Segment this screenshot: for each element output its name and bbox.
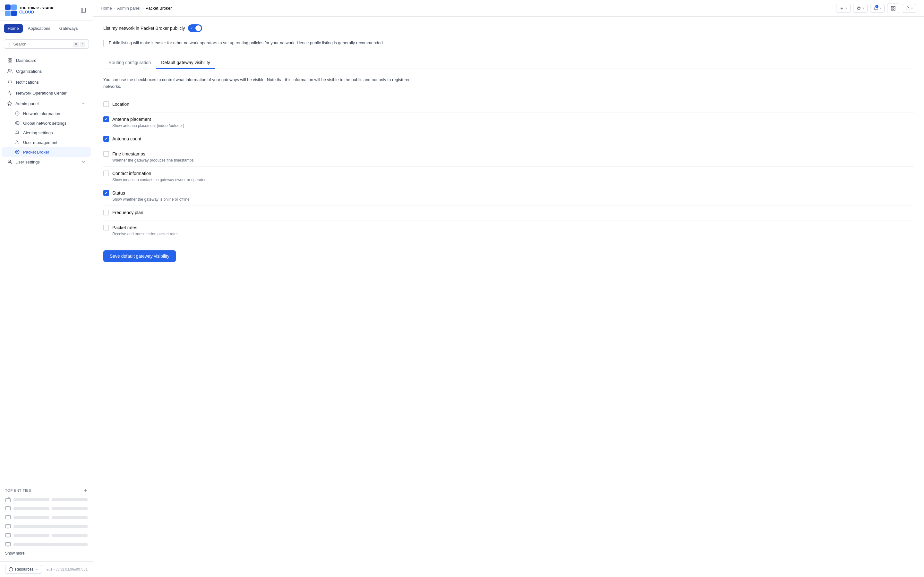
sidebar-subitem-packet-broker[interactable]: Packet Broker bbox=[2, 147, 91, 157]
notifications-button[interactable]: • ▾ bbox=[870, 4, 885, 13]
checkbox-label-frequency-plan[interactable]: Frequency plan bbox=[112, 210, 144, 215]
entity-item[interactable] bbox=[5, 531, 87, 540]
svg-point-45 bbox=[907, 6, 909, 8]
sidebar-subitem-label: User management bbox=[23, 140, 57, 145]
save-section: Save default gateway visibility bbox=[103, 250, 914, 269]
sidebar-item-noc[interactable]: Network Operations Center bbox=[2, 87, 91, 98]
public-listing-section: List my network in Packet Broker publicl… bbox=[103, 24, 914, 32]
entity-item[interactable] bbox=[5, 522, 87, 531]
checkbox-frequency-plan[interactable] bbox=[103, 210, 109, 215]
checkbox-packet-rates[interactable] bbox=[103, 225, 109, 230]
toggle-check-icon: ✓ bbox=[190, 26, 193, 30]
chevron-down-icon bbox=[81, 160, 86, 164]
breadcrumb-home[interactable]: Home bbox=[101, 6, 112, 11]
svg-rect-19 bbox=[6, 498, 11, 502]
checkbox-hint-status: Show whether the gateway is online or of… bbox=[112, 197, 914, 201]
device-icon bbox=[5, 524, 11, 530]
checkbox-label-antenna-placement[interactable]: Antenna placement bbox=[112, 117, 151, 122]
resources-button[interactable]: Resources bbox=[5, 565, 42, 574]
checkbox-item-antenna-count: Antenna count bbox=[103, 132, 914, 147]
bars-icon bbox=[891, 6, 896, 11]
dashboard-button[interactable] bbox=[887, 3, 899, 13]
tab-home[interactable]: Home bbox=[4, 24, 23, 33]
svg-rect-29 bbox=[6, 533, 11, 537]
tab-routing-config[interactable]: Routing configuration bbox=[103, 57, 156, 69]
gateway-icon bbox=[5, 497, 11, 503]
tab-applications[interactable]: Applications bbox=[24, 24, 54, 33]
checkbox-label-packet-rates[interactable]: Packet rates bbox=[112, 225, 137, 230]
tab-gateways[interactable]: Gateways bbox=[55, 24, 82, 33]
resources-label: Resources bbox=[15, 567, 33, 572]
bookmarks-button[interactable]: ▾ bbox=[853, 4, 867, 13]
add-entity-icon[interactable] bbox=[83, 488, 87, 493]
checkbox-contact-info[interactable] bbox=[103, 171, 109, 176]
sidebar-subitem-alerting[interactable]: Alerting settings bbox=[2, 128, 91, 137]
svg-rect-6 bbox=[8, 61, 10, 62]
svg-point-16 bbox=[9, 160, 10, 161]
dashboard-icon bbox=[7, 57, 13, 63]
tab-description: You can use the checkboxes to control wh… bbox=[103, 77, 424, 90]
checkbox-label-fine-timestamps[interactable]: Fine timestamps bbox=[112, 151, 145, 156]
user-settings-icon bbox=[7, 159, 12, 164]
sidebar-item-admin-panel[interactable]: Admin panel bbox=[2, 98, 91, 109]
search-input[interactable] bbox=[13, 42, 70, 47]
entity-item[interactable] bbox=[5, 504, 87, 513]
entity-item[interactable] bbox=[5, 495, 87, 504]
sidebar-subitem-network-info[interactable]: Network information bbox=[2, 109, 91, 118]
device-icon bbox=[5, 515, 11, 521]
user-mgmt-icon bbox=[15, 140, 20, 145]
packet-broker-icon bbox=[15, 149, 20, 155]
toggle-label-text: List my network in Packet Broker publicl… bbox=[103, 26, 185, 31]
checkbox-location[interactable] bbox=[103, 101, 109, 107]
notification-badge: • bbox=[875, 5, 879, 8]
sidebar-item-organizations[interactable]: Organizations bbox=[2, 66, 91, 77]
svg-rect-23 bbox=[6, 516, 11, 519]
sidebar-item-user-settings[interactable]: User settings bbox=[2, 157, 91, 167]
sidebar-item-dashboard[interactable]: Dashboard bbox=[2, 55, 91, 66]
checkbox-item-status: Status Show whether the gateway is onlin… bbox=[103, 186, 914, 206]
svg-point-14 bbox=[16, 141, 18, 142]
logo-icon bbox=[5, 5, 17, 16]
sidebar-item-label: Notifications bbox=[16, 80, 39, 85]
checkbox-antenna-placement[interactable] bbox=[103, 116, 109, 122]
sidebar-collapse-button[interactable] bbox=[79, 6, 87, 15]
sidebar-subitem-user-mgmt[interactable]: User management bbox=[2, 137, 91, 147]
main-area: Home › Admin panel › Packet Broker ▾ ▾ bbox=[93, 0, 924, 577]
search-shortcut: ⌘ K bbox=[73, 42, 86, 47]
checkbox-label-location[interactable]: Location bbox=[112, 102, 129, 107]
tab-default-gateway-visibility[interactable]: Default gateway visibility bbox=[156, 57, 215, 69]
checkbox-label-antenna-count[interactable]: Antenna count bbox=[112, 136, 141, 141]
organizations-icon bbox=[7, 68, 13, 74]
sidebar-subitem-global-network[interactable]: Global network settings bbox=[2, 118, 91, 128]
admin-icon bbox=[7, 101, 12, 106]
sidebar-header: THE THINGS STACK CLOUD bbox=[0, 0, 93, 21]
user-menu-button[interactable]: ▾ bbox=[902, 4, 916, 13]
public-listing-toggle[interactable]: ✓ bbox=[188, 24, 202, 32]
search-input-wrap[interactable]: ⌘ K bbox=[4, 39, 89, 49]
breadcrumb-admin-panel[interactable]: Admin panel bbox=[117, 6, 140, 11]
checkbox-item-frequency-plan: Frequency plan bbox=[103, 206, 914, 221]
content-tabs: Routing configuration Default gateway vi… bbox=[103, 57, 914, 69]
nav-tabs: Home Applications Gateways bbox=[0, 21, 93, 36]
checkbox-fine-timestamps[interactable] bbox=[103, 151, 109, 157]
entity-item[interactable] bbox=[5, 513, 87, 522]
checkbox-label-contact-info[interactable]: Contact information bbox=[112, 171, 151, 176]
breadcrumb-current: Packet Broker bbox=[145, 6, 172, 11]
entity-item[interactable] bbox=[5, 540, 87, 549]
plus-icon bbox=[840, 6, 844, 11]
checkbox-antenna-count[interactable] bbox=[103, 136, 109, 142]
checkbox-label-status[interactable]: Status bbox=[112, 190, 125, 195]
checkbox-status[interactable] bbox=[103, 190, 109, 196]
save-default-gateway-visibility-button[interactable]: Save default gateway visibility bbox=[103, 250, 176, 262]
sidebar-item-label: Organizations bbox=[16, 69, 42, 74]
add-button[interactable]: ▾ bbox=[836, 4, 851, 13]
user-icon bbox=[905, 6, 910, 11]
sidebar-item-notifications[interactable]: Notifications bbox=[2, 77, 91, 87]
svg-rect-26 bbox=[6, 524, 11, 528]
show-more-link[interactable]: Show more bbox=[5, 549, 87, 558]
visibility-checkboxes: Location Antenna placement Show antenna … bbox=[103, 97, 914, 240]
star-icon bbox=[857, 6, 861, 11]
top-entities-section: Top entities bbox=[0, 484, 93, 561]
topbar-actions: ▾ ▾ • ▾ bbox=[836, 3, 916, 13]
noc-icon bbox=[7, 90, 13, 96]
